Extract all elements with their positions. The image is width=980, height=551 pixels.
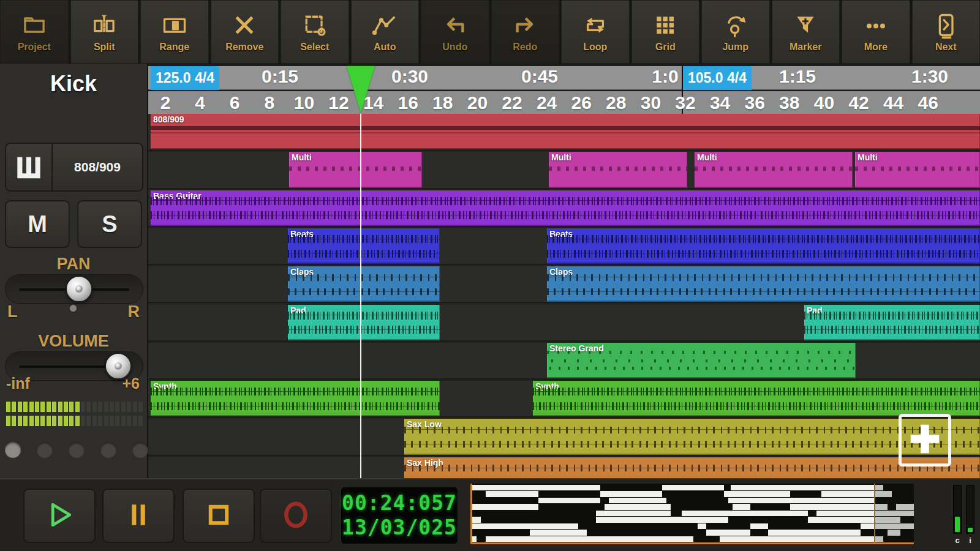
toolbar-button-next[interactable]: Next <box>912 0 980 64</box>
instrument-button[interactable] <box>6 144 53 190</box>
toolbar-button-project[interactable]: Project <box>0 0 69 64</box>
range-icon <box>160 11 189 39</box>
tempo-marker[interactable]: 105.0 4/4 <box>683 66 752 90</box>
toolbar-button-loop[interactable]: Loop <box>561 0 630 64</box>
waveform-centerline <box>288 253 440 253</box>
add-button[interactable] <box>899 414 951 467</box>
overview-gap <box>666 498 728 503</box>
toolbar-button-label: Remove <box>225 42 263 53</box>
meter-segment <box>121 416 126 426</box>
record-button[interactable] <box>260 489 332 543</box>
clip-sax-low[interactable]: Sax Low <box>404 419 980 454</box>
clip-pad[interactable]: Pad <box>288 305 440 340</box>
clip-synth[interactable]: Synth <box>151 381 440 416</box>
mute-button[interactable]: M <box>5 200 70 248</box>
toolbar-button-label: Split <box>94 42 115 53</box>
solo-button[interactable]: S <box>77 200 142 248</box>
clip-multi[interactable]: Multi <box>549 152 687 187</box>
bar-number: 30 <box>641 92 661 113</box>
toolbar-button-remove[interactable]: Remove <box>211 0 279 64</box>
meter-segment <box>92 402 97 412</box>
stop-button[interactable] <box>183 489 255 543</box>
waveform-centerline <box>288 239 440 239</box>
clip-multi[interactable]: Multi <box>289 152 422 187</box>
overview-row <box>472 504 914 509</box>
toolbar-button-auto[interactable]: Auto <box>351 0 420 64</box>
playhead-handle[interactable] <box>347 66 375 113</box>
pan-center-marker <box>70 305 77 312</box>
page-dot[interactable] <box>5 442 21 458</box>
timeline-ruler[interactable]: 0:150:300:451:01:151:30125.0 4/4105.0 4/… <box>148 64 980 114</box>
toolbar-button-redo[interactable]: Redo <box>491 0 560 64</box>
pause-button[interactable] <box>102 489 175 543</box>
bar-number: 42 <box>848 92 869 113</box>
toolbar-button-more[interactable]: More <box>842 0 910 64</box>
play-button[interactable] <box>23 489 96 543</box>
bar-number: 20 <box>467 92 488 113</box>
pan-knob[interactable] <box>66 276 92 302</box>
pan-left-label: L <box>7 302 18 321</box>
meter-segment <box>23 416 28 426</box>
clip-label: 808/909 <box>153 114 184 124</box>
meter-segment <box>6 402 10 412</box>
page-dot[interactable] <box>132 442 148 458</box>
track-lane-stereo-grand: Stereo Grand <box>148 343 980 380</box>
meter-segment <box>138 416 143 426</box>
clip-multi[interactable]: Multi <box>855 152 980 187</box>
toolbar-button-label: Auto <box>374 42 396 53</box>
toolbar-button-grid[interactable]: Grid <box>631 0 700 64</box>
meter-segment <box>75 416 80 426</box>
plus-icon <box>906 420 944 460</box>
page-dot[interactable] <box>69 442 85 458</box>
clip-808-909[interactable]: 808/909 <box>151 114 980 149</box>
toolbar-button-select[interactable]: Select <box>281 0 349 64</box>
stop-icon <box>204 500 233 532</box>
toolbar-button-undo[interactable]: Undo <box>421 0 489 64</box>
clip-multi[interactable]: Multi <box>695 152 853 187</box>
clip-pad[interactable]: Pad <box>804 305 980 340</box>
page-dot[interactable] <box>37 442 53 458</box>
overview-gap <box>662 491 724 497</box>
waveform-centerline <box>151 391 440 392</box>
overview-gap <box>671 511 682 516</box>
pan-slider[interactable] <box>5 274 143 304</box>
clip-claps[interactable]: Claps <box>288 266 440 302</box>
meter-segment <box>133 402 137 412</box>
waveform-centerline <box>547 291 980 292</box>
waveform-centerline <box>547 277 980 277</box>
meter-segment <box>86 416 91 426</box>
meter-segment <box>115 402 119 412</box>
clip-beats[interactable]: Beats <box>288 228 440 264</box>
arrangement-overview[interactable] <box>470 484 914 544</box>
bar-number: 2 <box>160 92 171 113</box>
clip-label: Multi <box>292 152 312 162</box>
clip-beats[interactable]: Beats <box>547 228 980 264</box>
bar-number: 18 <box>432 92 453 113</box>
toolbar-button-label: More <box>864 42 888 53</box>
page-indicator[interactable] <box>5 442 148 458</box>
clip-stereo-grand[interactable]: Stereo Grand <box>547 343 856 378</box>
output-meter-fill <box>968 528 973 532</box>
toolbar-button-label: Grid <box>655 42 676 53</box>
tempo-marker[interactable]: 125.0 4/4 <box>151 66 219 90</box>
instrument-select-button[interactable]: 808/909 <box>53 144 142 190</box>
toolbar-button-range[interactable]: Range <box>140 0 209 64</box>
toolbar-button-marker[interactable]: Marker <box>772 0 840 64</box>
clip-bass-guitar[interactable]: Bass Guitar <box>151 190 980 226</box>
waveform <box>547 274 980 281</box>
waveform-centerline <box>404 468 980 468</box>
toolbar-button-split[interactable]: Split <box>70 0 139 64</box>
clip-label: Multi <box>858 152 878 162</box>
overview-gap <box>671 504 733 509</box>
clip-sax-high[interactable]: Sax High <box>404 457 980 478</box>
clip-synth[interactable]: Synth <box>533 381 980 416</box>
clip-label: Multi <box>551 152 571 162</box>
page-dot[interactable] <box>100 442 116 458</box>
time-position: 00:24:057 <box>342 492 457 515</box>
waveform <box>289 167 422 171</box>
clip-claps[interactable]: Claps <box>547 266 980 302</box>
toolbar-button-label: Undo <box>442 42 467 53</box>
grid-icon <box>651 11 679 39</box>
toolbar-button-jump[interactable]: Jump <box>701 0 770 64</box>
waveform-centerline <box>288 291 440 292</box>
